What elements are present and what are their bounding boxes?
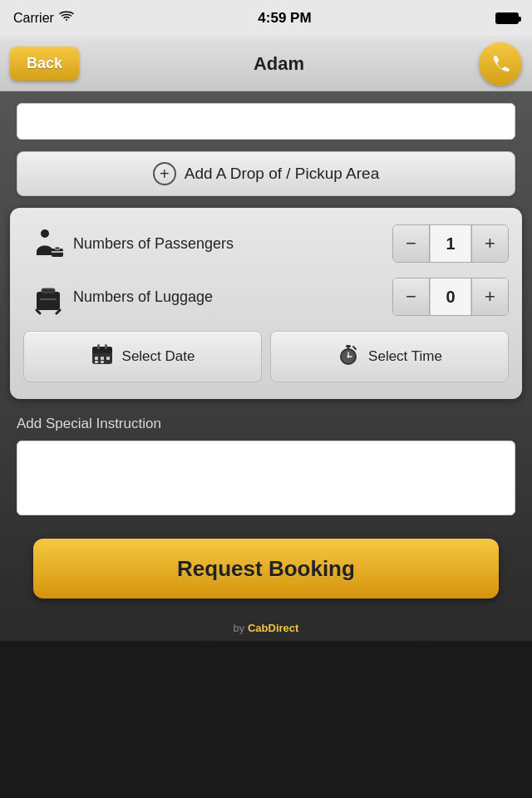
svg-rect-3 bbox=[55, 247, 60, 249]
select-date-label: Select Date bbox=[122, 348, 195, 365]
svg-line-24 bbox=[353, 347, 356, 349]
select-time-button[interactable]: Select Time bbox=[270, 331, 509, 382]
wifi-icon bbox=[59, 11, 74, 26]
svg-rect-16 bbox=[95, 361, 98, 363]
status-bar: Carrier 4:59 PM bbox=[0, 0, 532, 37]
nav-bar: Back Adam bbox=[0, 37, 532, 91]
datetime-row: Select Date Select Time bbox=[23, 331, 509, 382]
svg-line-7 bbox=[37, 310, 40, 313]
request-section: Request Booking bbox=[0, 530, 532, 615]
instruction-section: Add Special Instruction bbox=[0, 399, 532, 530]
carrier-label: Carrier bbox=[13, 11, 54, 26]
footer-brand: CabDirect bbox=[248, 622, 298, 634]
passengers-row: Numbers of Passengers − 1 + bbox=[23, 224, 509, 263]
phone-button[interactable] bbox=[479, 42, 522, 86]
nav-title: Adam bbox=[254, 53, 304, 75]
select-date-button[interactable]: Select Date bbox=[23, 331, 262, 382]
instruction-textarea[interactable] bbox=[17, 441, 515, 515]
svg-rect-12 bbox=[105, 344, 107, 349]
location-input[interactable] bbox=[17, 103, 515, 140]
passengers-label: Numbers of Passengers bbox=[73, 235, 392, 253]
svg-rect-10 bbox=[92, 347, 112, 353]
status-time: 4:59 PM bbox=[258, 10, 311, 27]
svg-rect-11 bbox=[97, 344, 100, 349]
footer-prefix: by bbox=[234, 622, 248, 634]
svg-point-0 bbox=[41, 229, 49, 238]
calendar-icon bbox=[91, 342, 114, 372]
svg-rect-4 bbox=[37, 292, 60, 310]
luggage-row: Numbers of Luggage − 0 + bbox=[23, 278, 509, 316]
status-left: Carrier bbox=[13, 11, 74, 26]
footer-hint: by CabDirect bbox=[0, 615, 532, 641]
svg-rect-14 bbox=[101, 357, 104, 360]
luggage-icon bbox=[23, 278, 73, 315]
passengers-increment[interactable]: + bbox=[471, 225, 508, 262]
passengers-value: 1 bbox=[430, 225, 471, 262]
battery-icon bbox=[495, 12, 519, 24]
svg-point-23 bbox=[347, 355, 350, 357]
svg-line-8 bbox=[57, 310, 60, 313]
plus-circle-icon: + bbox=[153, 162, 176, 185]
add-drop-label: Add A Drop of / Pickup Area bbox=[185, 165, 379, 183]
instruction-label: Add Special Instruction bbox=[17, 416, 515, 432]
luggage-value: 0 bbox=[430, 278, 471, 315]
select-time-label: Select Time bbox=[368, 348, 442, 365]
passengers-decrement[interactable]: − bbox=[393, 225, 430, 262]
booking-panel: Numbers of Passengers − 1 + Numbers of L… bbox=[10, 208, 522, 399]
main-content: + Add A Drop of / Pickup Area Numbers of… bbox=[0, 91, 532, 641]
svg-rect-15 bbox=[106, 357, 110, 360]
svg-rect-17 bbox=[101, 361, 104, 363]
status-right bbox=[495, 12, 519, 24]
svg-rect-5 bbox=[42, 288, 55, 293]
request-booking-button[interactable]: Request Booking bbox=[33, 539, 499, 598]
luggage-increment[interactable]: + bbox=[471, 278, 508, 315]
add-drop-section: + Add A Drop of / Pickup Area bbox=[0, 140, 532, 208]
luggage-counter: − 0 + bbox=[392, 278, 509, 316]
luggage-label: Numbers of Luggage bbox=[73, 288, 392, 306]
stopwatch-icon bbox=[337, 342, 360, 372]
top-input-area bbox=[0, 91, 532, 140]
luggage-decrement[interactable]: − bbox=[393, 278, 430, 315]
add-drop-button[interactable]: + Add A Drop of / Pickup Area bbox=[17, 151, 515, 196]
passenger-icon bbox=[23, 225, 73, 262]
svg-rect-6 bbox=[40, 298, 57, 300]
passengers-counter: − 1 + bbox=[392, 224, 509, 263]
svg-rect-13 bbox=[95, 357, 98, 360]
back-button[interactable]: Back bbox=[10, 47, 79, 81]
